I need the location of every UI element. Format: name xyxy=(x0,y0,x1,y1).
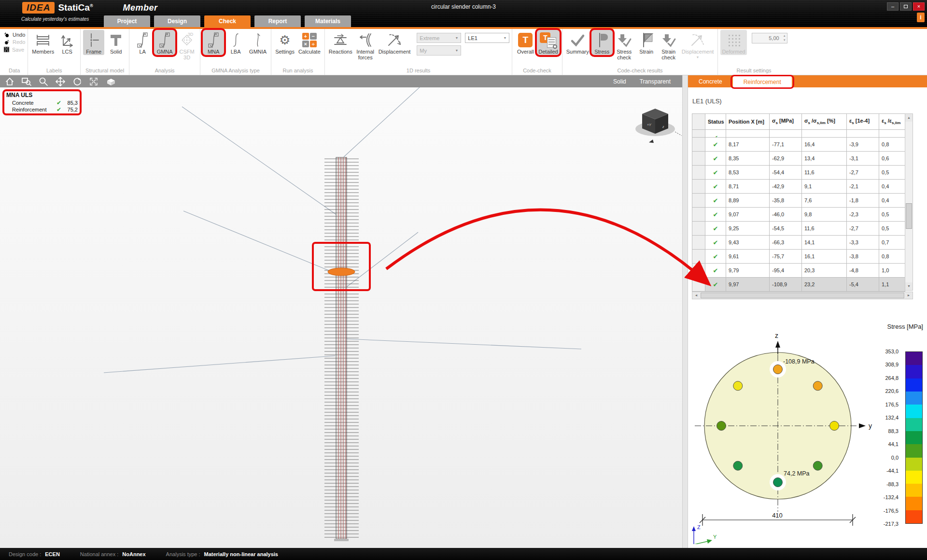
table-row[interactable]: ✔9,07-46,09,8-2,30,5 xyxy=(692,208,905,222)
loadcase-dropdown[interactable]: LE1▼ xyxy=(465,33,509,43)
checked-section-marker[interactable] xyxy=(328,268,355,276)
reactions-button[interactable]: Reactions xyxy=(327,30,354,55)
viewport-canvas[interactable]: +Y z MNA ULS Concrete ✔ 85,3 Rei xyxy=(0,87,682,548)
table-row[interactable]: ✔9,61-75,716,1-3,80,8 xyxy=(692,250,905,264)
overall-button[interactable]: T Overall xyxy=(515,30,536,55)
tab-check[interactable]: Check xyxy=(204,15,251,27)
spinner-arrows-icon[interactable]: ▲▼ xyxy=(783,34,786,42)
zoom-window-icon[interactable] xyxy=(21,77,32,86)
csfm-3d-button[interactable]: 3D CSFM3D xyxy=(176,30,197,61)
transparent-display-button[interactable]: Transparent xyxy=(640,78,671,85)
group-labels: Members LCS Labels xyxy=(28,29,81,75)
scale-spinner[interactable]: 5,00 ▲▼ xyxy=(752,33,787,43)
rotate-icon[interactable] xyxy=(72,77,82,86)
check-icon: ✔ xyxy=(56,106,61,113)
table-row[interactable]: ✔8,17-77,116,4-3,90,8 xyxy=(692,138,905,152)
minimize-button[interactable]: – xyxy=(887,2,899,11)
viewport-3d[interactable]: Solid Transparent xyxy=(0,75,682,548)
load-case-title: LE1 (ULS) xyxy=(692,98,722,105)
close-button[interactable]: × xyxy=(913,2,925,11)
redo-button[interactable]: Redo xyxy=(3,39,25,45)
group-result-settings: Deformed 5,00 ▲▼ Result settings xyxy=(718,29,789,75)
solid-display-button[interactable]: Solid xyxy=(613,78,626,85)
members-button[interactable]: Members xyxy=(30,30,56,55)
panel-splitter[interactable] xyxy=(682,75,688,548)
table-row[interactable]: ✔9,43-66,314,1-3,30,7 xyxy=(692,236,905,250)
maximize-button[interactable] xyxy=(900,2,912,11)
tab-project[interactable]: Project xyxy=(104,15,150,27)
undo-button[interactable]: Undo xyxy=(3,32,25,38)
pan-icon[interactable] xyxy=(55,76,66,87)
rebar-point[interactable] xyxy=(813,381,822,391)
mna-button[interactable]: MNA xyxy=(203,30,224,55)
solid-view-icon[interactable] xyxy=(105,77,117,86)
tab-report[interactable]: Report xyxy=(254,15,301,27)
fit-view-icon[interactable] xyxy=(89,77,98,86)
my-dropdown[interactable]: My▼ xyxy=(417,45,461,56)
table-vertical-scrollbar[interactable]: ▲ ▼ xyxy=(905,113,913,291)
deformed-button[interactable]: Deformed xyxy=(720,30,746,55)
extreme-dropdown[interactable]: Extreme▼ xyxy=(417,33,461,43)
detailed-label: Detailed xyxy=(538,49,558,55)
vertical-scroll-thumb[interactable] xyxy=(906,203,912,229)
rebar-point[interactable] xyxy=(733,381,743,391)
view-cube[interactable]: +Y z xyxy=(635,109,682,143)
table-row[interactable]: ✔9,25-54,511,6-2,70,5 xyxy=(692,222,905,236)
settings-button[interactable]: ⚙ Settings xyxy=(274,30,296,55)
stress-button[interactable]: Stress xyxy=(591,30,613,55)
displacement-button[interactable]: Displacement xyxy=(377,30,412,55)
table-row[interactable]: ✔9,79-95,420,3-4,81,0 xyxy=(692,264,905,278)
strain-check-button[interactable]: Straincheck xyxy=(658,30,679,61)
stress-check-button[interactable]: Stresscheck xyxy=(614,30,635,61)
strain-flag-icon xyxy=(639,31,654,49)
scroll-right-icon[interactable]: ► xyxy=(905,292,913,299)
table-row[interactable]: ✔8,53-54,411,6-2,70,5 xyxy=(692,166,905,180)
scroll-down-icon[interactable]: ▼ xyxy=(905,282,913,290)
tab-concrete[interactable]: Concrete xyxy=(688,75,733,87)
tab-materials[interactable]: Materials xyxy=(305,15,351,27)
zoom-icon[interactable] xyxy=(39,77,48,86)
tab-reinforcement[interactable]: Reinforcement xyxy=(733,76,792,87)
frame-button[interactable]: Frame xyxy=(83,30,104,55)
tab-design[interactable]: Design xyxy=(154,15,200,27)
group-label-gmna-type: GMNA Analysis type xyxy=(203,67,268,75)
table-row[interactable]: ✔8,35-62,913,4-3,10,6 xyxy=(692,152,905,166)
table-row[interactable]: ✔8,71-42,99,1-2,10,4 xyxy=(692,180,905,194)
gmnia-button[interactable]: GMNIA xyxy=(247,30,268,55)
calculate-button[interactable]: +− ×÷ Calculate xyxy=(297,30,322,55)
lba-button[interactable]: LBA xyxy=(225,30,246,55)
table-row[interactable]: ✔9,97-108,923,2-5,41,1 xyxy=(692,278,905,292)
save-button[interactable]: Save xyxy=(3,46,24,53)
legend-band xyxy=(906,418,922,431)
table-row[interactable]: ✔ xyxy=(692,130,905,138)
la-button[interactable]: LA xyxy=(132,30,153,55)
title-bar: circular slender column-3 IDEA StatiCa® … xyxy=(0,0,927,15)
solid-button[interactable]: Solid xyxy=(105,30,126,55)
lba-label: LBA xyxy=(231,49,241,55)
rebar-point[interactable] xyxy=(830,421,839,431)
table-row[interactable]: ✔8,89-35,87,6-1,80,4 xyxy=(692,194,905,208)
summary-button[interactable]: Summary xyxy=(565,30,590,55)
internal-forces-button[interactable]: Internalforces xyxy=(355,30,376,61)
scroll-up-icon[interactable]: ▲ xyxy=(905,114,913,122)
gmnia-icon xyxy=(253,31,262,49)
gmna-button[interactable]: GMNA xyxy=(154,30,175,55)
horizontal-scroll-thumb[interactable] xyxy=(701,293,904,298)
lcs-button[interactable]: LCS xyxy=(56,30,78,55)
rebar-point[interactable] xyxy=(717,421,726,431)
rebar-point[interactable] xyxy=(773,478,783,487)
legend-band xyxy=(906,352,922,365)
scroll-left-icon[interactable]: ◄ xyxy=(692,292,700,299)
displacement-result-button[interactable]: Displacement ▼ xyxy=(680,30,716,61)
rebar-point[interactable] xyxy=(773,365,783,374)
detailed-button[interactable]: T Detailed xyxy=(537,30,559,55)
solid-icon xyxy=(109,31,123,49)
results-table[interactable]: StatusPosition X [m]σs [MPa]σs /σs,lim [… xyxy=(692,113,905,292)
rebar-point[interactable] xyxy=(813,461,822,470)
status-label: National annex : xyxy=(80,551,119,557)
strain-button[interactable]: Strain xyxy=(636,30,657,55)
info-button[interactable]: i xyxy=(917,13,925,22)
rebar-point[interactable] xyxy=(733,461,743,470)
home-view-icon[interactable] xyxy=(5,77,14,86)
table-horizontal-scrollbar[interactable]: ◄ ► xyxy=(692,292,913,299)
